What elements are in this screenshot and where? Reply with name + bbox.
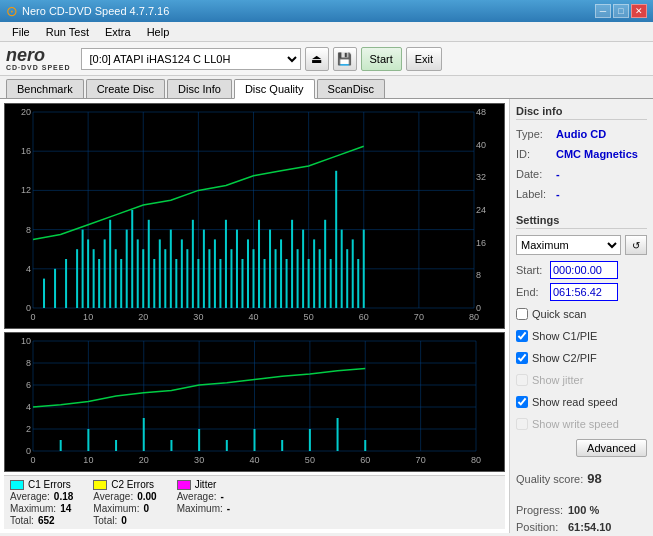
advanced-button[interactable]: Advanced [576,439,647,457]
tab-disc-quality[interactable]: Disc Quality [234,79,315,99]
disc-label-label: Label: [516,186,552,202]
c2-max-label: Maximum: [93,503,139,514]
c1pie-row: Show C1/PIE [516,327,647,345]
quick-scan-label: Quick scan [532,305,586,323]
disc-type-val: Audio CD [556,126,606,142]
toolbar: nero CD·DVD SPEED [0:0] ATAPI iHAS124 C … [0,42,653,76]
menubar: File Run Test Extra Help [0,22,653,42]
disc-label-val: - [556,186,560,202]
start-row: Start: [516,261,647,279]
disc-id-label: ID: [516,146,552,162]
settings-title: Settings [516,214,647,229]
jitter-max-label: Maximum: [177,503,223,514]
jitter-color-box [177,480,191,490]
quick-scan-checkbox[interactable] [516,308,528,320]
bottom-chart [4,332,505,472]
position-label: Position: [516,519,564,536]
window-controls: ─ □ ✕ [595,4,647,18]
speed-select[interactable]: Maximum [516,235,621,255]
refresh-button[interactable]: ↺ [625,235,647,255]
eject-button[interactable]: ⏏ [305,47,329,71]
c1pie-label: Show C1/PIE [532,327,597,345]
write-speed-checkbox[interactable] [516,418,528,430]
c2pif-label: Show C2/PIF [532,349,597,367]
jitter-checkbox[interactable] [516,374,528,386]
save-button[interactable]: 💾 [333,47,357,71]
drive-select[interactable]: [0:0] ATAPI iHAS124 C LL0H [81,48,301,70]
menu-run-test[interactable]: Run Test [38,24,97,40]
nero-logo-sub: CD·DVD SPEED [6,64,71,71]
start-input[interactable] [550,261,618,279]
c1-stats: C1 Errors Average: 0.18 Maximum: 14 Tota… [10,479,73,526]
speed-row: Maximum ↺ [516,235,647,255]
jitter-row: Show jitter [516,371,647,389]
read-speed-checkbox[interactable] [516,396,528,408]
disc-info-title: Disc info [516,105,647,120]
jitter-label-cb: Show jitter [532,371,583,389]
jitter-avg-label: Average: [177,491,217,502]
disc-date-val: - [556,166,560,182]
jitter-label: Jitter [195,479,217,490]
end-row: End: [516,283,647,301]
titlebar: ⊙ Nero CD-DVD Speed 4.7.7.16 ─ □ ✕ [0,0,653,22]
main-content: C1 Errors Average: 0.18 Maximum: 14 Tota… [0,99,653,533]
disc-type-row: Type: Audio CD [516,126,647,142]
start-button[interactable]: Start [361,47,402,71]
c1-avg-val: 0.18 [54,491,73,502]
position-val: 61:54.10 [568,519,611,536]
app-icon: ⊙ [6,3,18,19]
c2-color-box [93,480,107,490]
top-chart-canvas [5,104,502,329]
disc-label-row: Label: - [516,186,647,202]
position-row: Position: 61:54.10 [516,519,647,536]
menu-file[interactable]: File [4,24,38,40]
c1-avg-label: Average: [10,491,50,502]
progress-val: 100 % [568,502,599,519]
close-button[interactable]: ✕ [631,4,647,18]
start-label: Start: [516,261,546,279]
stats-bar: C1 Errors Average: 0.18 Maximum: 14 Tota… [4,475,505,529]
disc-id-val: CMC Magnetics [556,146,638,162]
write-speed-label: Show write speed [532,415,619,433]
menu-help[interactable]: Help [139,24,178,40]
disc-date-row: Date: - [516,166,647,182]
c1pie-checkbox[interactable] [516,330,528,342]
end-label: End: [516,283,546,301]
c1-max-val: 14 [60,503,71,514]
nero-logo-text: nero [6,46,45,64]
bottom-chart-canvas [5,333,504,472]
jitter-max-val: - [227,503,230,514]
c2-total-val: 0 [121,515,127,526]
c2-total-label: Total: [93,515,117,526]
progress-row: Progress: 100 % [516,502,647,519]
tab-bar: Benchmark Create Disc Disc Info Disc Qua… [0,76,653,99]
c1-total-label: Total: [10,515,34,526]
quality-score-val: 98 [587,471,601,486]
nero-logo: nero CD·DVD SPEED [6,45,71,73]
tab-create-disc[interactable]: Create Disc [86,79,165,98]
end-input[interactable] [550,283,618,301]
c1-total-val: 652 [38,515,55,526]
jitter-stats: Jitter Average: - Maximum: - [177,479,230,526]
top-chart [4,103,505,329]
c1-max-label: Maximum: [10,503,56,514]
tab-scan-disc[interactable]: ScanDisc [317,79,385,98]
charts-area: C1 Errors Average: 0.18 Maximum: 14 Tota… [0,99,509,533]
c2pif-row: Show C2/PIF [516,349,647,367]
exit-button[interactable]: Exit [406,47,442,71]
progress-section: Progress: 100 % Position: 61:54.10 Speed… [516,502,647,536]
disc-id-row: ID: CMC Magnetics [516,146,647,162]
tab-benchmark[interactable]: Benchmark [6,79,84,98]
c1-label: C1 Errors [28,479,71,490]
c2-max-val: 0 [143,503,149,514]
c2pif-checkbox[interactable] [516,352,528,364]
minimize-button[interactable]: ─ [595,4,611,18]
disc-type-label: Type: [516,126,552,142]
maximize-button[interactable]: □ [613,4,629,18]
jitter-avg-val: - [220,491,223,502]
menu-extra[interactable]: Extra [97,24,139,40]
write-speed-row: Show write speed [516,415,647,433]
tab-disc-info[interactable]: Disc Info [167,79,232,98]
titlebar-title: Nero CD-DVD Speed 4.7.7.16 [22,5,169,17]
right-panel: Disc info Type: Audio CD ID: CMC Magneti… [509,99,653,533]
